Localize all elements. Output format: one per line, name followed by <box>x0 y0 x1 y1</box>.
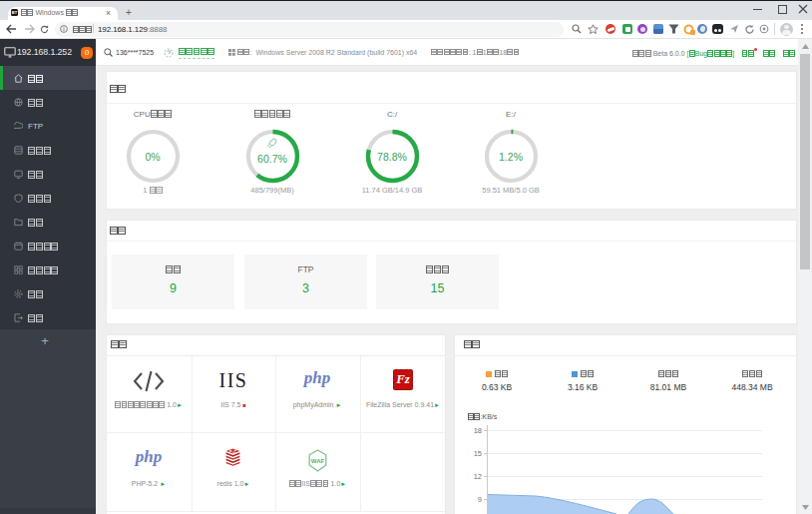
svg-text:9: 9 <box>478 495 482 504</box>
svg-text:WAF: WAF <box>311 458 325 464</box>
svg-text:15: 15 <box>474 449 482 458</box>
svg-text:12: 12 <box>474 472 482 481</box>
svg-text:18: 18 <box>474 426 482 435</box>
